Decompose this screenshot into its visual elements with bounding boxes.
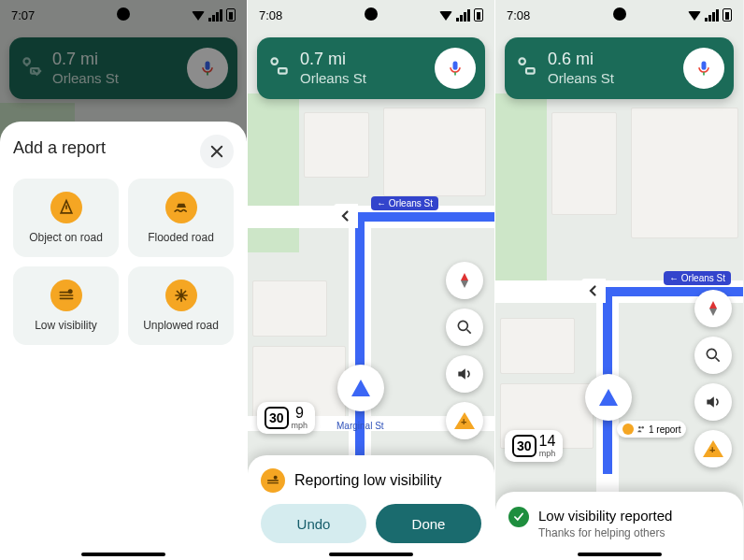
compass-north-icon — [709, 301, 717, 309]
low-visibility-icon — [261, 468, 285, 493]
route-icon — [514, 54, 538, 82]
flooded-road-icon — [165, 192, 197, 223]
search-button[interactable] — [694, 337, 732, 374]
clock: 7:08 — [259, 8, 282, 22]
compass-button[interactable] — [446, 262, 483, 299]
reported-subtitle: Thanks for helping others — [538, 526, 672, 539]
low-visibility-icon — [622, 424, 634, 435]
svg-point-12 — [274, 476, 278, 480]
navigation-card[interactable]: 0.6 mi Orleans St — [505, 37, 734, 99]
navigation-arrow-icon — [351, 380, 370, 396]
report-option-flooded-road[interactable]: Flooded road — [128, 179, 234, 257]
speaker-icon — [455, 365, 474, 383]
object-on-road-icon — [50, 192, 82, 223]
report-hazard-button[interactable] — [694, 430, 732, 467]
nav-distance: 0.7 mi — [300, 50, 435, 70]
close-icon — [208, 143, 225, 160]
sound-button[interactable] — [694, 383, 732, 421]
route-icon — [266, 54, 291, 82]
speed-limit: 30 — [512, 435, 537, 457]
report-hazard-button[interactable] — [446, 402, 483, 439]
compass-north-icon — [461, 273, 468, 280]
report-option-object-on-road[interactable]: Object on road — [13, 179, 119, 257]
wifi-icon — [439, 11, 452, 21]
report-option-label: Flooded road — [148, 231, 214, 244]
svg-point-13 — [638, 426, 641, 429]
battery-icon — [474, 8, 483, 22]
svg-point-14 — [641, 426, 644, 429]
speaker-icon — [704, 393, 723, 411]
battery-icon — [723, 8, 732, 22]
sound-button[interactable] — [446, 355, 483, 393]
street-label: ← Orleans St — [664, 271, 731, 285]
nav-distance: 0.6 mi — [548, 50, 683, 70]
current-speed: 9 — [292, 406, 308, 421]
report-sheet: Add a report Object on road Flooded road… — [0, 122, 247, 560]
speed-indicator: 30 9 mph — [257, 402, 315, 434]
svg-point-5 — [67, 289, 72, 294]
voice-button[interactable] — [683, 48, 724, 89]
nav-street: Orleans St — [548, 70, 683, 87]
svg-rect-7 — [279, 68, 287, 73]
street-label: ← Orleans St — [371, 196, 438, 210]
home-indicator — [578, 553, 662, 556]
microphone-icon — [446, 59, 465, 78]
reported-bar: Low visibility reported Thanks for helpi… — [495, 492, 743, 561]
voice-button[interactable] — [435, 48, 476, 89]
report-option-label: Object on road — [29, 231, 103, 244]
home-indicator — [329, 553, 413, 556]
confirm-report-bar: Reporting low visibility Undo Done — [248, 455, 494, 560]
screen-add-report: 7:07 0.7 mi Orleans St Add a report — [0, 0, 248, 560]
turn-arrow-icon — [334, 204, 358, 228]
signal-icon — [705, 9, 719, 22]
report-badge[interactable]: 1 report — [617, 421, 686, 438]
street-name-label: Marginal St — [336, 421, 384, 431]
svg-point-15 — [519, 58, 525, 65]
people-icon — [637, 424, 646, 434]
report-count: 1 report — [649, 424, 680, 435]
reported-title: Low visibility reported — [538, 507, 672, 525]
check-icon — [508, 507, 529, 527]
compass-button[interactable] — [694, 290, 732, 327]
current-location-marker — [585, 374, 632, 421]
speed-limit: 30 — [265, 407, 289, 429]
nav-street: Orleans St — [300, 70, 435, 87]
hazard-icon — [454, 412, 475, 429]
search-button[interactable] — [446, 309, 483, 346]
speed-unit: mph — [292, 421, 308, 430]
hazard-icon — [703, 440, 723, 457]
report-option-label: Low visibility — [35, 319, 97, 332]
report-option-unplowed-road[interactable]: Unplowed road — [128, 266, 234, 345]
screen-confirm-report: ← Orleans St Marginal St 7:08 0.7 mi Orl… — [248, 0, 495, 560]
camera-hole — [365, 7, 378, 21]
speed-unit: mph — [539, 449, 556, 458]
svg-rect-17 — [702, 62, 707, 70]
close-button[interactable] — [200, 135, 234, 168]
navigation-card[interactable]: 0.7 mi Orleans St — [257, 37, 485, 99]
screen-report-confirmed: ← Orleans St 1 report 7:08 0.6 mi Orlean… — [495, 0, 743, 560]
unplowed-road-icon — [165, 280, 197, 311]
svg-point-19 — [707, 349, 716, 358]
svg-line-11 — [467, 330, 471, 334]
navigation-arrow-icon — [599, 389, 618, 406]
confirm-title: Reporting low visibility — [294, 472, 441, 489]
svg-point-10 — [458, 321, 467, 330]
svg-point-6 — [271, 58, 278, 65]
clock: 7:08 — [507, 8, 530, 22]
wifi-icon — [688, 11, 701, 21]
undo-button[interactable]: Undo — [261, 504, 366, 543]
speed-indicator: 30 14 mph — [505, 430, 563, 462]
home-indicator — [81, 553, 165, 556]
current-location-marker — [337, 365, 384, 411]
current-speed: 14 — [539, 434, 556, 449]
report-option-low-visibility[interactable]: Low visibility — [13, 266, 119, 345]
microphone-icon — [694, 59, 713, 78]
done-button[interactable]: Done — [376, 504, 481, 543]
svg-rect-8 — [453, 62, 458, 70]
svg-line-20 — [716, 358, 720, 362]
signal-icon — [456, 9, 470, 22]
search-icon — [704, 346, 723, 365]
low-visibility-icon — [50, 280, 82, 311]
turn-arrow-icon — [581, 279, 606, 303]
svg-rect-16 — [526, 68, 535, 73]
